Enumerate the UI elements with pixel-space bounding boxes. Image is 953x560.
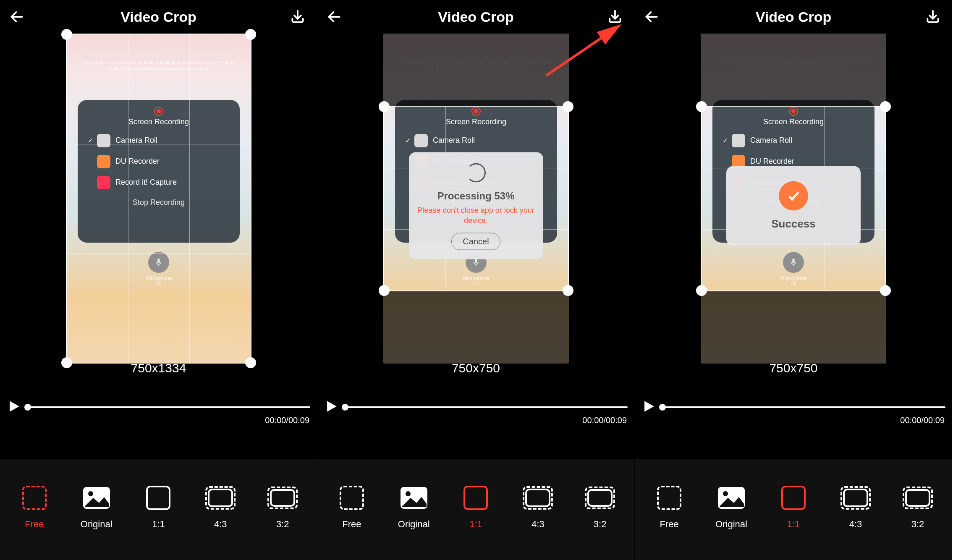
ratio-label: 1:1 [469, 519, 482, 530]
save-button[interactable] [924, 8, 942, 26]
crop-shade [701, 34, 886, 106]
save-button[interactable] [606, 8, 624, 26]
crop-shade [383, 34, 569, 106]
ratio-label: Free [342, 519, 361, 530]
svg-point-12 [406, 491, 411, 496]
crop-rectangle[interactable] [66, 34, 251, 364]
ratio-option-3-2[interactable]: 3:2 [575, 483, 625, 530]
crop-handle-tl[interactable] [379, 101, 390, 112]
ratio-option-4-3[interactable]: 4:3 [830, 483, 881, 530]
ratio-label: 3:2 [911, 519, 924, 530]
ratio-icon [903, 483, 933, 513]
ratio-option-4-3[interactable]: 4:3 [513, 483, 563, 530]
ratio-option-3-2[interactable]: 3:2 [893, 483, 943, 530]
ratio-option-free[interactable]: Free [644, 483, 694, 530]
crop-handle-tl[interactable] [61, 29, 72, 40]
ratio-label: 4:3 [531, 519, 545, 530]
ratio-option-original[interactable]: Original [71, 483, 122, 530]
ratio-label: 4:3 [849, 519, 862, 530]
seek-track[interactable] [345, 406, 628, 408]
ratio-option-3-2[interactable]: 3:2 [257, 483, 308, 530]
ratio-icon [205, 483, 236, 513]
ratio-icon [337, 483, 367, 513]
crop-handle-tr[interactable] [563, 101, 573, 112]
crop-canvas[interactable]: Everything on your screen, including not… [317, 34, 634, 378]
ratio-option-1-1[interactable]: 1:1 [450, 483, 501, 530]
ratio-icon [778, 483, 809, 513]
play-button[interactable] [324, 399, 341, 415]
screenshot-2: Video Crop Everything on your screen, in… [317, 0, 635, 560]
ratio-label: Original [81, 519, 113, 530]
crop-dimensions: 750x750 [317, 361, 634, 375]
ratio-label: Free [660, 519, 678, 530]
seek-track[interactable] [28, 406, 310, 408]
ratio-label: 3:2 [594, 519, 607, 530]
back-button[interactable] [325, 8, 343, 26]
seek-thumb[interactable] [342, 404, 348, 411]
dialog-title: Success [734, 217, 853, 230]
header: Video Crop [0, 0, 317, 34]
ratio-option-free[interactable]: Free [327, 483, 377, 530]
back-button[interactable] [642, 8, 661, 26]
crop-dimensions: 750x750 [635, 361, 952, 375]
crop-handle-br[interactable] [563, 285, 573, 296]
ratio-label: Original [398, 519, 430, 530]
page-title: Video Crop [756, 9, 832, 25]
ratio-option-original[interactable]: Original [706, 483, 757, 530]
ratio-label: 3:2 [276, 519, 289, 530]
aspect-ratio-bar: Free Original 1:1 4:3 [635, 459, 952, 560]
dialog-warning: Please don't close app or lock your devi… [416, 205, 536, 225]
ratio-option-1-1[interactable]: 1:1 [768, 483, 819, 530]
ratio-icon [654, 483, 684, 513]
timecode: 00:00/00:09 [900, 416, 945, 425]
ratio-icon [716, 483, 746, 513]
ratio-icon [267, 483, 298, 513]
success-dialog: Success [726, 166, 861, 246]
dialog-title: Processing 53% [416, 190, 536, 202]
play-button[interactable] [641, 399, 658, 415]
ratio-icon [19, 483, 50, 513]
ratio-icon [399, 483, 429, 513]
ratio-icon [840, 483, 871, 513]
crop-dimensions: 750x1334 [0, 361, 317, 375]
ratio-label: 1:1 [787, 519, 800, 530]
back-button[interactable] [8, 8, 26, 26]
crop-handle-bl[interactable] [379, 285, 390, 296]
crop-shade [701, 291, 886, 364]
svg-marker-10 [327, 401, 337, 412]
save-button[interactable] [288, 8, 307, 26]
crop-canvas[interactable]: Everything on your screen, including not… [0, 34, 317, 378]
ratio-label: 4:3 [214, 519, 227, 530]
crop-handle-tr[interactable] [880, 101, 891, 112]
seek-track[interactable] [662, 406, 945, 408]
ratio-icon [461, 483, 491, 513]
crop-handle-br[interactable] [880, 285, 891, 296]
ratio-icon [143, 483, 173, 513]
play-button[interactable] [7, 399, 24, 415]
ratio-option-4-3[interactable]: 4:3 [195, 483, 246, 530]
ratio-label: Original [715, 519, 747, 530]
crop-shade [383, 291, 569, 364]
seek-thumb[interactable] [24, 404, 31, 411]
header: Video Crop [317, 0, 634, 34]
timecode: 00:00/00:09 [582, 416, 627, 425]
header: Video Crop [635, 0, 952, 34]
cancel-button[interactable]: Cancel [451, 233, 500, 250]
ratio-option-1-1[interactable]: 1:1 [133, 483, 183, 530]
ratio-icon [585, 483, 615, 513]
svg-point-5 [88, 491, 93, 496]
crop-handle-bl[interactable] [696, 285, 707, 296]
svg-point-18 [723, 491, 728, 496]
ratio-option-original[interactable]: Original [389, 483, 439, 530]
aspect-ratio-bar: Free Original 1:1 4:3 [0, 459, 317, 560]
svg-marker-16 [644, 401, 654, 412]
seek-thumb[interactable] [659, 404, 666, 411]
crop-handle-tl[interactable] [696, 101, 707, 112]
crop-handle-tr[interactable] [245, 29, 256, 40]
screenshot-3: Video Crop Everything on your screen, in… [635, 0, 952, 560]
ratio-option-free[interactable]: Free [9, 483, 60, 530]
spinner-icon [466, 163, 486, 183]
page-title: Video Crop [120, 9, 196, 25]
crop-canvas[interactable]: Everything on your screen, including not… [635, 34, 952, 378]
screenshot-1: Video Crop Everything on your screen, in… [0, 0, 317, 560]
